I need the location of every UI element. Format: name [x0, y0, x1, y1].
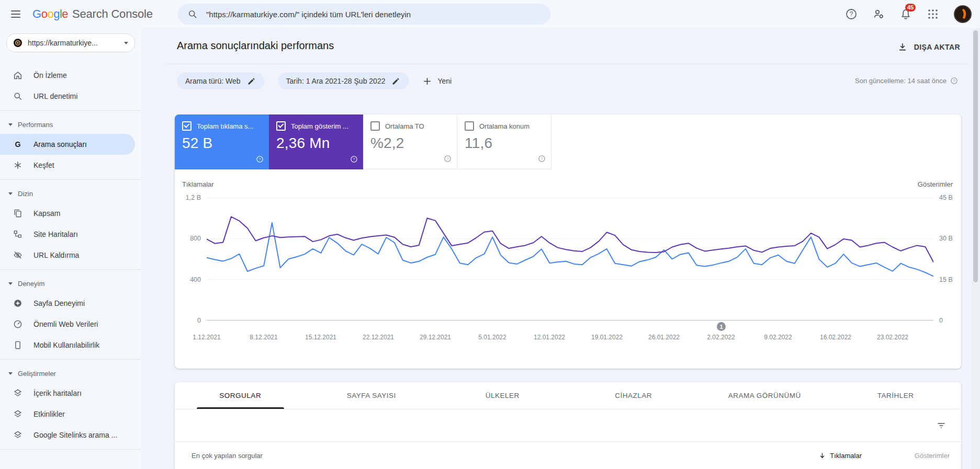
- sidebar-item-mobil-kullanılabilirlik[interactable]: Mobil Kullanılabilirlik: [0, 335, 135, 356]
- top-bar: Google Search Console ?: [0, 0, 980, 28]
- help-icon[interactable]: ?: [256, 155, 264, 165]
- tab-sorgular[interactable]: SORGULAR: [175, 382, 306, 409]
- sidebar-section-performans[interactable]: Performans: [0, 115, 141, 134]
- sidebar-item-arama-sonuçları[interactable]: GArama sonuçları: [0, 134, 135, 155]
- left-tick: 400: [175, 276, 201, 284]
- last-update: Son güncelleme: 14 saat önce ?: [855, 77, 958, 85]
- svg-text:?: ?: [850, 10, 853, 18]
- column-impressions[interactable]: Gösterimler: [909, 452, 950, 460]
- search-icon: [187, 9, 198, 19]
- sidebar-item-site-haritaları[interactable]: Site Haritaları: [0, 224, 135, 245]
- apps-grid-icon[interactable]: [927, 8, 939, 20]
- google-logo: Google: [32, 7, 68, 21]
- sort-desc-icon: [818, 452, 826, 460]
- x-axis-date: 29.12.2021: [420, 334, 451, 341]
- scrollbar-track[interactable]: [972, 28, 980, 469]
- enhancement-icon: [13, 409, 23, 419]
- sidebar-section-dizin[interactable]: Dizin: [0, 184, 141, 203]
- sitemap-icon: [13, 229, 23, 239]
- card-checkbox[interactable]: [465, 121, 474, 131]
- tab-ülkeler[interactable]: ÜLKELER: [437, 382, 568, 409]
- line-chart[interactable]: [207, 198, 933, 321]
- suite-name: Search Console: [72, 7, 153, 21]
- metric-card-3[interactable]: Ortalama konum 11,6 ?: [457, 115, 551, 169]
- right-tick: 15 B: [939, 276, 953, 284]
- column-clicks[interactable]: Tıklamalar: [818, 452, 862, 460]
- enhancement-icon: [13, 430, 23, 440]
- section-caret-icon: [8, 372, 13, 375]
- sidebar-item-sayfa-deneyimi[interactable]: Sayfa Deneyimi: [0, 293, 135, 314]
- help-icon[interactable]: ?: [950, 77, 958, 85]
- tab-arama-görünümü[interactable]: ARAMA GÖRÜNÜMÜ: [699, 382, 830, 409]
- x-axis-date: 22.12.2021: [363, 334, 394, 341]
- card-checkbox[interactable]: [276, 121, 286, 131]
- divider: [165, 64, 970, 64]
- sidebar-section-geliştirmeler[interactable]: Geliştirmeler: [0, 364, 141, 383]
- sidebar-item-google-sitelinks-arama-[interactable]: Google Sitelinks arama ...: [0, 425, 135, 445]
- sidebar-item-kapsam[interactable]: Kapsam: [0, 203, 135, 224]
- dimensions-panel: SORGULARSAYFA SAYISIÜLKELERCİHAZLARARAMA…: [175, 382, 961, 469]
- column-queries[interactable]: En çok yapılan sorgular: [192, 452, 818, 460]
- filter-chip-search-type[interactable]: Arama türü: Web: [177, 73, 264, 89]
- sidebar-divider: [0, 359, 141, 360]
- x-axis-date: 23.02.2022: [877, 334, 908, 341]
- scrollbar-thumb[interactable]: [973, 30, 978, 282]
- home-icon: [13, 70, 23, 81]
- x-axis-date: 9.02.2022: [764, 334, 792, 341]
- help-icon[interactable]: ?: [538, 155, 546, 165]
- svg-text:?: ?: [353, 157, 355, 162]
- url-inspect-search[interactable]: [178, 4, 550, 25]
- sidebar-item-etkinlikler[interactable]: Etkinlikler: [0, 404, 135, 425]
- left-axis-title: Tıklamalar: [182, 180, 214, 188]
- sidebar-section-deneyim[interactable]: Deneyim: [0, 274, 141, 293]
- sidebar-item-ön-i-zleme[interactable]: Ön İzleme: [0, 65, 135, 86]
- sidebar-item-keşfet[interactable]: Keşfet: [0, 155, 135, 176]
- avatar[interactable]: [954, 5, 972, 23]
- left-tick: 800: [175, 234, 201, 243]
- sidebar-divider: [0, 179, 141, 180]
- menu-icon[interactable]: [9, 8, 22, 20]
- property-label: https://karmaturkiye...: [28, 39, 119, 47]
- notification-badge: 45: [905, 4, 916, 12]
- right-tick: 30 B: [939, 234, 953, 243]
- right-tick: 45 B: [939, 193, 953, 202]
- help-icon[interactable]: ?: [350, 155, 358, 165]
- metric-card-0[interactable]: Toplam tıklama s... 52 B ?: [175, 115, 269, 169]
- card-label: Toplam tıklama s...: [197, 122, 253, 130]
- property-favicon: [13, 38, 22, 48]
- filter-chip-date[interactable]: Tarih: 1 Ara 2021-28 Şub 2022: [278, 73, 409, 89]
- help-icon[interactable]: ?: [444, 155, 452, 165]
- card-value: 52 B: [182, 135, 262, 152]
- x-axis-date: 12.01.2022: [534, 334, 565, 341]
- product-logo[interactable]: Google Search Console: [32, 7, 153, 21]
- search-input[interactable]: [205, 9, 521, 19]
- svg-text:?: ?: [258, 157, 261, 162]
- sidebar-item-url-denetimi[interactable]: URL denetimi: [0, 86, 135, 107]
- sidebar-item-i-çerik-haritaları[interactable]: İçerik haritaları: [0, 383, 135, 404]
- tab-tari-hler[interactable]: TARİHLER: [830, 382, 962, 409]
- svg-text:?: ?: [953, 78, 955, 83]
- tab-sayfa-sayisi[interactable]: SAYFA SAYISI: [306, 382, 437, 409]
- manage-users-icon[interactable]: [872, 8, 885, 20]
- g-icon: G: [13, 139, 23, 150]
- card-checkbox[interactable]: [182, 121, 192, 131]
- tab-ci-hazlar[interactable]: CİHAZLAR: [568, 382, 700, 409]
- property-selector[interactable]: https://karmaturkiye...: [6, 33, 135, 52]
- sidebar-item-url-kaldırma[interactable]: URL Kaldırma: [0, 245, 135, 266]
- svg-text:?: ?: [540, 156, 543, 161]
- x-axis-date: 2.02.2022: [707, 334, 735, 341]
- export-button[interactable]: DIŞA AKTAR: [897, 42, 960, 52]
- sidebar: https://karmaturkiye... Ön İzlemeURL den…: [0, 28, 141, 469]
- metric-card-2[interactable]: Ortalama TO %2,2 ?: [363, 115, 457, 169]
- search-console-app: Google Search Console ?: [0, 0, 980, 469]
- sidebar-item-önemli-web-verileri[interactable]: Önemli Web Verileri: [0, 314, 135, 335]
- section-caret-icon: [8, 192, 13, 195]
- card-checkbox[interactable]: [370, 121, 380, 131]
- new-filter-button[interactable]: Yeni: [422, 76, 452, 86]
- filter-icon[interactable]: [936, 420, 947, 431]
- metric-card-1[interactable]: Toplam gösterim ... 2,36 Mn ?: [269, 115, 363, 169]
- add-icon: [422, 76, 432, 86]
- notifications-icon[interactable]: 45: [899, 8, 912, 20]
- chart-annotation-marker[interactable]: 1: [717, 322, 726, 331]
- help-icon[interactable]: ?: [845, 8, 858, 20]
